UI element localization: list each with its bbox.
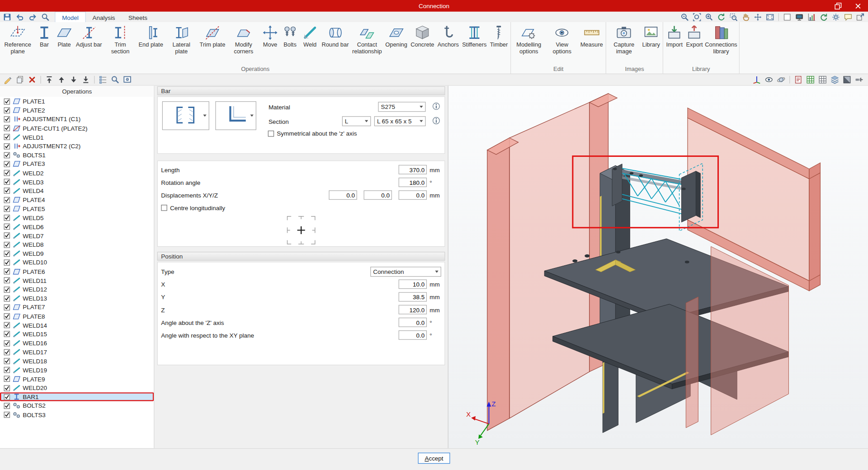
- tab-sheets[interactable]: Sheets: [122, 12, 154, 22]
- bolts-button[interactable]: Bolts: [280, 24, 300, 49]
- symmetrical-checkbox[interactable]: Symmetrical about the 'z' axis: [268, 130, 357, 137]
- operation-checkbox[interactable]: [4, 179, 10, 185]
- operation-item-adjustment1-c1[interactable]: ADJUSTMENT1 (C1): [0, 115, 154, 124]
- operation-checkbox[interactable]: [4, 331, 10, 337]
- save-icon[interactable]: [2, 12, 13, 22]
- operation-checkbox[interactable]: [4, 224, 10, 230]
- round-bar-button[interactable]: Round bar: [320, 24, 350, 49]
- operation-item-weld12[interactable]: WELD12: [0, 285, 154, 294]
- move-top-icon[interactable]: [44, 75, 55, 85]
- operation-item-plate8[interactable]: PLATE8: [0, 312, 154, 321]
- operation-checkbox[interactable]: [4, 322, 10, 328]
- zoom-in-icon[interactable]: [703, 12, 714, 22]
- window-layout-icon[interactable]: [782, 12, 793, 22]
- trim-section-button[interactable]: Trim section: [104, 24, 137, 55]
- displacement-z-input[interactable]: [399, 190, 427, 200]
- display-icon[interactable]: [794, 12, 805, 22]
- operation-checkbox[interactable]: [4, 98, 10, 104]
- operation-item-weld5[interactable]: WELD5: [0, 213, 154, 222]
- rotation-angle-input[interactable]: [399, 178, 427, 187]
- search-icon[interactable]: [40, 12, 51, 22]
- redo-icon[interactable]: [27, 12, 38, 22]
- trim-plate-button[interactable]: Trim plate: [198, 24, 227, 49]
- export-button[interactable]: Export: [684, 24, 705, 49]
- operation-item-plate-cut1-plate2[interactable]: PLATE-CUT1 (PLATE2): [0, 124, 154, 133]
- operation-checkbox[interactable]: [4, 152, 10, 158]
- operation-checkbox[interactable]: [4, 385, 10, 391]
- close-button[interactable]: [848, 0, 868, 12]
- contact-relationship-button[interactable]: Contact relationship: [350, 24, 383, 55]
- operation-checkbox[interactable]: [4, 304, 10, 310]
- find-icon[interactable]: [679, 12, 690, 22]
- view-options-button[interactable]: View options: [545, 24, 578, 55]
- operation-checkbox[interactable]: [4, 143, 10, 149]
- ucs-axes-icon[interactable]: [751, 75, 762, 85]
- connection-model-scene[interactable]: Z X Y: [448, 86, 868, 448]
- connector-icon[interactable]: [854, 75, 864, 85]
- operation-checkbox[interactable]: [4, 340, 10, 346]
- operation-checkbox[interactable]: [4, 376, 10, 382]
- operation-item-bar1[interactable]: BAR1: [0, 392, 154, 401]
- x-input[interactable]: [399, 279, 427, 289]
- weld-button[interactable]: Weld: [300, 24, 320, 49]
- section-info-icon[interactable]: [432, 117, 440, 124]
- insertion-point-selector[interactable]: [286, 215, 316, 245]
- table-icon[interactable]: [817, 75, 828, 85]
- operation-checkbox[interactable]: [4, 134, 10, 140]
- operation-item-plate7[interactable]: PLATE7: [0, 303, 154, 312]
- operation-item-weld3[interactable]: WELD3: [0, 178, 154, 187]
- chart-icon[interactable]: [806, 12, 817, 22]
- tab-model[interactable]: Model: [55, 12, 86, 22]
- grid-green-icon[interactable]: [805, 75, 816, 85]
- operation-checkbox[interactable]: [4, 296, 10, 301]
- operation-item-weld9[interactable]: WELD9: [0, 249, 154, 258]
- operation-checkbox[interactable]: [4, 287, 10, 292]
- fit-screen-icon[interactable]: [764, 12, 775, 22]
- viewport-3d[interactable]: Z X Y: [448, 86, 868, 448]
- visibility-icon[interactable]: [764, 75, 774, 85]
- zoom-refresh-icon[interactable]: [716, 12, 726, 22]
- settings-icon[interactable]: [830, 12, 841, 22]
- orbit-icon[interactable]: [776, 75, 787, 85]
- operation-item-weld8[interactable]: WELD8: [0, 240, 154, 249]
- measure-button[interactable]: Measure: [579, 24, 604, 49]
- operation-checkbox[interactable]: [4, 188, 10, 194]
- section-size-select[interactable]: L 65 x 65 x 5: [374, 116, 426, 126]
- refresh-icon[interactable]: [818, 12, 829, 22]
- copy-icon[interactable]: [14, 75, 25, 85]
- type-select[interactable]: Connection: [370, 267, 441, 277]
- operation-item-weld14[interactable]: WELD14: [0, 321, 154, 330]
- operation-checkbox[interactable]: [4, 170, 10, 176]
- operation-item-bolts1[interactable]: BOLTS1: [0, 150, 154, 160]
- operation-checkbox[interactable]: [4, 403, 10, 409]
- operation-checkbox[interactable]: [4, 233, 10, 239]
- angle-xy-input[interactable]: [399, 330, 427, 340]
- operation-checkbox[interactable]: [4, 215, 10, 221]
- move-down-icon[interactable]: [68, 75, 79, 85]
- layers-icon[interactable]: [829, 75, 840, 85]
- monitor-icon[interactable]: [122, 75, 132, 85]
- operation-item-plate3[interactable]: PLATE3: [0, 160, 154, 169]
- operation-item-weld15[interactable]: WELD15: [0, 330, 154, 339]
- lateral-plate-button[interactable]: Lateral plate: [165, 24, 198, 55]
- import-button[interactable]: Import: [665, 24, 684, 49]
- operation-item-weld1[interactable]: WELD1: [0, 133, 154, 142]
- operation-checkbox[interactable]: [4, 125, 10, 131]
- operation-checkbox[interactable]: [4, 259, 10, 265]
- operation-item-plate1[interactable]: PLATE1: [0, 97, 154, 106]
- operation-item-bolts3[interactable]: BOLTS3: [0, 410, 154, 419]
- operation-item-weld10[interactable]: WELD10: [0, 258, 154, 267]
- comment-icon[interactable]: [843, 12, 854, 22]
- operation-checkbox[interactable]: [4, 313, 10, 319]
- operation-checkbox[interactable]: [4, 349, 10, 355]
- displacement-y-input[interactable]: [363, 190, 392, 200]
- operation-item-weld19[interactable]: WELD19: [0, 366, 154, 375]
- operation-item-plate4[interactable]: PLATE4: [0, 195, 154, 204]
- section-shape-picker[interactable]: [215, 101, 256, 130]
- undo-icon[interactable]: [14, 12, 25, 22]
- material-select[interactable]: S275: [378, 102, 425, 112]
- end-plate-button[interactable]: End plate: [137, 24, 165, 49]
- plate-button[interactable]: Plate: [54, 24, 74, 49]
- concrete-button[interactable]: Concrete: [409, 24, 436, 49]
- operation-item-plate2[interactable]: PLATE2: [0, 106, 154, 115]
